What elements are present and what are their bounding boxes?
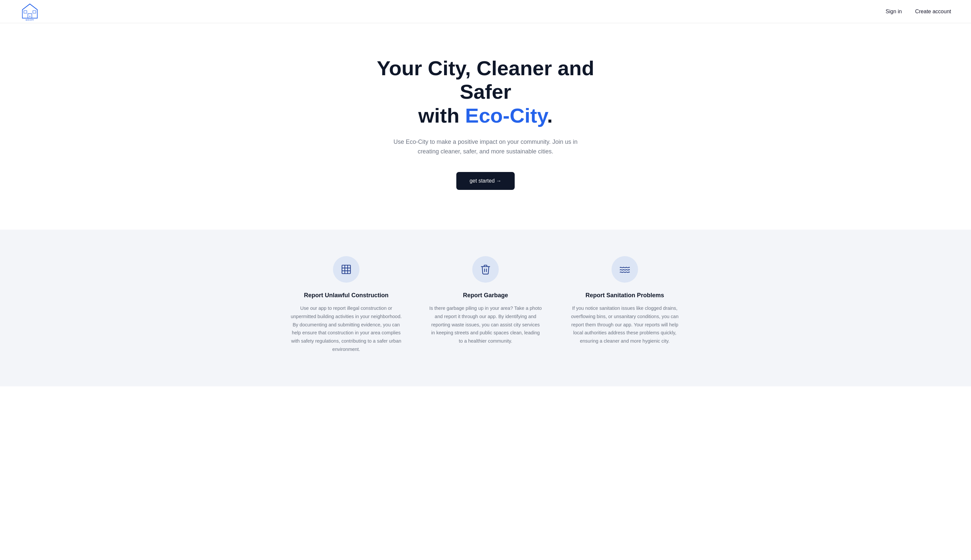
construction-icon-circle — [333, 256, 359, 283]
get-started-button[interactable]: get started → — [456, 172, 515, 190]
nav-links: Sign in Create account — [886, 8, 951, 15]
features-section: Report Unlawful Construction Use our app… — [0, 230, 971, 387]
sanitation-title: Report Sanitation Problems — [585, 292, 664, 299]
building-icon — [341, 264, 352, 275]
feature-card-garbage: Report Garbage Is there garbage piling u… — [429, 256, 542, 353]
sanitation-icon-circle — [612, 256, 638, 283]
create-account-link[interactable]: Create account — [915, 8, 951, 15]
hero-title-part2: with Eco-City. — [418, 104, 553, 127]
svg-text:ECO-CITY: ECO-CITY — [25, 19, 34, 20]
hero-title: Your City, Cleaner and Safer with Eco-Ci… — [356, 56, 615, 127]
feature-card-construction: Report Unlawful Construction Use our app… — [290, 256, 403, 353]
hero-title-part1: Your City, Cleaner and Safer — [377, 57, 594, 103]
svg-rect-6 — [342, 265, 351, 274]
sign-in-link[interactable]: Sign in — [886, 8, 902, 15]
trash-icon — [480, 264, 491, 275]
hero-subtitle: Use Eco-City to make a positive impact o… — [393, 137, 578, 157]
garbage-icon-circle — [472, 256, 499, 283]
feature-card-sanitation: Report Sanitation Problems If you notice… — [568, 256, 681, 353]
svg-rect-2 — [24, 11, 27, 13]
hero-brand-name: Eco-City — [465, 104, 547, 127]
svg-point-4 — [29, 15, 31, 17]
logo[interactable]: ECO-CITY — [20, 2, 40, 20]
construction-description: Use our app to report illegal constructi… — [290, 304, 403, 353]
construction-title: Report Unlawful Construction — [304, 292, 389, 299]
garbage-title: Report Garbage — [463, 292, 508, 299]
svg-rect-3 — [33, 11, 36, 13]
hero-section: Your City, Cleaner and Safer with Eco-Ci… — [0, 23, 971, 230]
logo-icon: ECO-CITY — [20, 2, 40, 20]
garbage-description: Is there garbage piling up in your area?… — [429, 304, 542, 345]
navbar: ECO-CITY Sign in Create account — [0, 0, 971, 23]
waves-icon — [619, 264, 630, 275]
sanitation-description: If you notice sanitation issues like clo… — [568, 304, 681, 345]
